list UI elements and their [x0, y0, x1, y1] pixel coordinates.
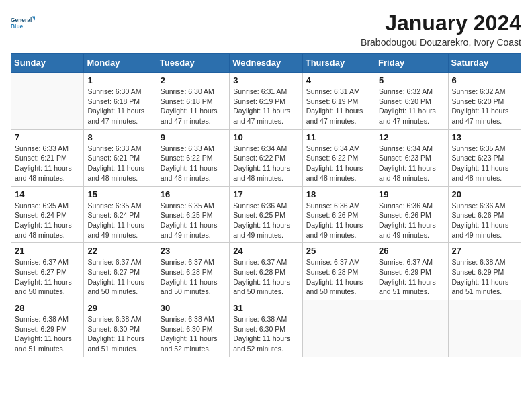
- calendar-cell-w4-d5: 25Sunrise: 6:37 AMSunset: 6:28 PMDayligh…: [302, 243, 375, 300]
- day-info: Sunrise: 6:37 AMSunset: 6:28 PMDaylight:…: [161, 257, 226, 297]
- day-number: 1: [87, 75, 152, 85]
- calendar-cell-w3-d1: 14Sunrise: 6:35 AMSunset: 6:24 PMDayligh…: [11, 186, 84, 243]
- day-info: Sunrise: 6:33 AMSunset: 6:22 PMDaylight:…: [161, 144, 226, 183]
- calendar-cell-w5-d5: [302, 300, 375, 357]
- day-number: 7: [15, 132, 80, 142]
- day-info: Sunrise: 6:30 AMSunset: 6:18 PMDaylight:…: [161, 87, 226, 126]
- day-info: Sunrise: 6:32 AMSunset: 6:20 PMDaylight:…: [379, 87, 444, 126]
- day-info: Sunrise: 6:38 AMSunset: 6:29 PMDaylight:…: [452, 257, 517, 297]
- title-block: January 2024 Brabodougou Douzarekro, Ivo…: [361, 11, 521, 48]
- day-info: Sunrise: 6:35 AMSunset: 6:24 PMDaylight:…: [15, 201, 80, 240]
- day-info: Sunrise: 6:34 AMSunset: 6:23 PMDaylight:…: [379, 144, 444, 183]
- calendar-cell-w4-d3: 23Sunrise: 6:37 AMSunset: 6:28 PMDayligh…: [157, 243, 229, 300]
- day-number: 30: [161, 303, 226, 313]
- svg-text:General: General: [11, 17, 32, 24]
- calendar-cell-w4-d2: 22Sunrise: 6:37 AMSunset: 6:27 PMDayligh…: [84, 243, 157, 300]
- day-info: Sunrise: 6:36 AMSunset: 6:26 PMDaylight:…: [452, 201, 517, 240]
- day-number: 9: [161, 132, 226, 142]
- day-info: Sunrise: 6:33 AMSunset: 6:21 PMDaylight:…: [87, 144, 152, 183]
- calendar-week-2: 7Sunrise: 6:33 AMSunset: 6:21 PMDaylight…: [11, 129, 521, 186]
- day-info: Sunrise: 6:35 AMSunset: 6:25 PMDaylight:…: [161, 201, 226, 240]
- calendar-cell-w2-d4: 10Sunrise: 6:34 AMSunset: 6:22 PMDayligh…: [230, 129, 302, 186]
- day-info: Sunrise: 6:36 AMSunset: 6:26 PMDaylight:…: [306, 201, 371, 240]
- logo: General Blue: [11, 11, 35, 35]
- day-info: Sunrise: 6:37 AMSunset: 6:27 PMDaylight:…: [87, 257, 152, 297]
- day-info: Sunrise: 6:31 AMSunset: 6:19 PMDaylight:…: [233, 87, 298, 126]
- month-title: January 2024: [361, 11, 521, 36]
- calendar-cell-w2-d7: 13Sunrise: 6:35 AMSunset: 6:23 PMDayligh…: [448, 129, 521, 186]
- day-number: 15: [87, 189, 152, 199]
- day-number: 4: [306, 75, 371, 85]
- calendar-cell-w2-d6: 12Sunrise: 6:34 AMSunset: 6:23 PMDayligh…: [375, 129, 448, 186]
- day-number: 27: [452, 246, 517, 256]
- day-number: 19: [379, 189, 444, 199]
- calendar-cell-w3-d7: 20Sunrise: 6:36 AMSunset: 6:26 PMDayligh…: [448, 186, 521, 243]
- location-subtitle: Brabodougou Douzarekro, Ivory Coast: [361, 37, 521, 48]
- calendar-cell-w5-d7: [448, 300, 521, 357]
- calendar-cell-w1-d4: 3Sunrise: 6:31 AMSunset: 6:19 PMDaylight…: [230, 73, 302, 130]
- day-number: 13: [452, 132, 517, 142]
- page-header: General Blue January 2024 Brabodougou Do…: [11, 11, 521, 48]
- day-number: 28: [15, 303, 80, 313]
- calendar-cell-w5-d6: [375, 300, 448, 357]
- day-number: 26: [379, 246, 444, 256]
- day-number: 5: [379, 75, 444, 85]
- logo-icon: General Blue: [11, 11, 35, 35]
- col-monday: Monday: [84, 54, 157, 73]
- day-info: Sunrise: 6:35 AMSunset: 6:23 PMDaylight:…: [452, 144, 517, 183]
- day-info: Sunrise: 6:35 AMSunset: 6:24 PMDaylight:…: [87, 201, 152, 240]
- calendar-cell-w5-d4: 31Sunrise: 6:38 AMSunset: 6:30 PMDayligh…: [230, 300, 302, 357]
- calendar-cell-w2-d2: 8Sunrise: 6:33 AMSunset: 6:21 PMDaylight…: [84, 129, 157, 186]
- calendar-cell-w3-d4: 17Sunrise: 6:36 AMSunset: 6:25 PMDayligh…: [230, 186, 302, 243]
- calendar-cell-w2-d3: 9Sunrise: 6:33 AMSunset: 6:22 PMDaylight…: [157, 129, 229, 186]
- col-saturday: Saturday: [448, 54, 521, 73]
- day-number: 12: [379, 132, 444, 142]
- day-number: 10: [233, 132, 298, 142]
- calendar-cell-w1-d3: 2Sunrise: 6:30 AMSunset: 6:18 PMDaylight…: [157, 73, 229, 130]
- day-info: Sunrise: 6:38 AMSunset: 6:30 PMDaylight:…: [233, 314, 298, 354]
- day-number: 31: [233, 303, 298, 313]
- day-number: 22: [87, 246, 152, 256]
- calendar-week-1: 1Sunrise: 6:30 AMSunset: 6:18 PMDaylight…: [11, 73, 521, 130]
- calendar-week-4: 21Sunrise: 6:37 AMSunset: 6:27 PMDayligh…: [11, 243, 521, 300]
- day-info: Sunrise: 6:38 AMSunset: 6:29 PMDaylight:…: [15, 314, 80, 354]
- calendar-week-3: 14Sunrise: 6:35 AMSunset: 6:24 PMDayligh…: [11, 186, 521, 243]
- calendar-cell-w1-d6: 5Sunrise: 6:32 AMSunset: 6:20 PMDaylight…: [375, 73, 448, 130]
- calendar-cell-w5-d3: 30Sunrise: 6:38 AMSunset: 6:30 PMDayligh…: [157, 300, 229, 357]
- calendar-header-row: Sunday Monday Tuesday Wednesday Thursday…: [11, 54, 521, 73]
- col-tuesday: Tuesday: [157, 54, 229, 73]
- svg-text:Blue: Blue: [11, 23, 24, 30]
- day-number: 20: [452, 189, 517, 199]
- calendar-cell-w4-d6: 26Sunrise: 6:37 AMSunset: 6:29 PMDayligh…: [375, 243, 448, 300]
- calendar-cell-w5-d1: 28Sunrise: 6:38 AMSunset: 6:29 PMDayligh…: [11, 300, 84, 357]
- calendar-cell-w3-d5: 18Sunrise: 6:36 AMSunset: 6:26 PMDayligh…: [302, 186, 375, 243]
- day-number: 21: [15, 246, 80, 256]
- calendar-cell-w2-d5: 11Sunrise: 6:34 AMSunset: 6:22 PMDayligh…: [302, 129, 375, 186]
- day-number: 25: [306, 246, 371, 256]
- col-friday: Friday: [375, 54, 448, 73]
- col-wednesday: Wednesday: [230, 54, 302, 73]
- day-info: Sunrise: 6:36 AMSunset: 6:25 PMDaylight:…: [233, 201, 298, 240]
- calendar-cell-w4-d1: 21Sunrise: 6:37 AMSunset: 6:27 PMDayligh…: [11, 243, 84, 300]
- calendar-cell-w1-d1: [11, 73, 84, 130]
- day-number: 16: [161, 189, 226, 199]
- col-sunday: Sunday: [11, 54, 84, 73]
- day-info: Sunrise: 6:34 AMSunset: 6:22 PMDaylight:…: [233, 144, 298, 183]
- calendar-cell-w5-d2: 29Sunrise: 6:38 AMSunset: 6:30 PMDayligh…: [84, 300, 157, 357]
- day-number: 6: [452, 75, 517, 85]
- day-info: Sunrise: 6:38 AMSunset: 6:30 PMDaylight:…: [161, 314, 226, 354]
- day-info: Sunrise: 6:38 AMSunset: 6:30 PMDaylight:…: [87, 314, 152, 354]
- day-number: 14: [15, 189, 80, 199]
- day-number: 17: [233, 189, 298, 199]
- day-number: 29: [87, 303, 152, 313]
- calendar-cell-w1-d2: 1Sunrise: 6:30 AMSunset: 6:18 PMDaylight…: [84, 73, 157, 130]
- day-info: Sunrise: 6:30 AMSunset: 6:18 PMDaylight:…: [87, 87, 152, 126]
- day-number: 8: [87, 132, 152, 142]
- day-number: 23: [161, 246, 226, 256]
- calendar-cell-w3-d3: 16Sunrise: 6:35 AMSunset: 6:25 PMDayligh…: [157, 186, 229, 243]
- calendar-table: Sunday Monday Tuesday Wednesday Thursday…: [11, 53, 521, 357]
- day-number: 24: [233, 246, 298, 256]
- day-number: 3: [233, 75, 298, 85]
- day-info: Sunrise: 6:37 AMSunset: 6:28 PMDaylight:…: [233, 257, 298, 297]
- day-info: Sunrise: 6:37 AMSunset: 6:29 PMDaylight:…: [379, 257, 444, 297]
